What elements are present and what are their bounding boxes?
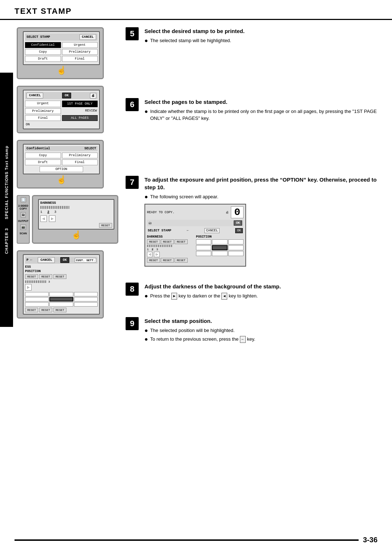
screen4-lighter-btn[interactable]: ◁ <box>40 215 47 222</box>
bullet9-dot2: ● <box>144 336 148 343</box>
screen5-top-resets: RESET RESET RESET <box>25 274 98 279</box>
screen1-item-draft[interactable]: Draft <box>25 56 61 62</box>
screen1-item-preliminary[interactable]: Preliminary <box>62 49 98 55</box>
dark-reset1[interactable]: RESET <box>147 239 160 244</box>
lpos-bl[interactable] <box>196 251 211 256</box>
step7-cancel-btn[interactable]: CANCEL <box>204 228 220 233</box>
screen5-titlebar: P ← CANCEL OK CUST. SETT. <box>25 256 98 264</box>
pos-br[interactable] <box>74 302 98 307</box>
lpos-br[interactable] <box>228 251 244 256</box>
screen1-lcd: SELECT STAMP CANCEL Confidential Urgent … <box>23 31 100 65</box>
screen3-item-draft[interactable]: Draft <box>25 159 61 165</box>
screen3-item-preliminary[interactable]: Preliminary <box>62 153 98 158</box>
screen1-item-copy[interactable]: Copy <box>25 49 61 55</box>
step6-title: Select the pages to be stamped. <box>144 98 377 106</box>
bullet6-dot: ● <box>144 108 148 122</box>
bullet8-dot: ● <box>144 292 148 300</box>
val3: 3 <box>54 210 56 214</box>
lpos-tr[interactable] <box>228 239 244 244</box>
step8-left-arrow: ◀ <box>221 293 227 300</box>
screen5-left-btn[interactable]: ▷ <box>25 284 32 291</box>
screen5-progress-row: 3 <box>25 280 98 283</box>
pos-bl[interactable] <box>25 302 49 307</box>
finger4-icon: ☝ <box>38 230 114 240</box>
screen5-ok-btn[interactable]: OK <box>60 257 69 263</box>
dark-reset5[interactable]: RESET <box>161 258 174 263</box>
screen2-titlebar: CANCEL OK 🖨 <box>25 92 98 99</box>
screen1-item-final[interactable]: Final <box>62 56 98 62</box>
chapter-label: CHAPTER 3 SPECIAL FUNCTIONS Text stamp <box>0 73 13 327</box>
finger3-icon: ☝ <box>23 175 100 185</box>
dark-reset4[interactable]: RESET <box>147 258 160 263</box>
left-column: SELECT STAMP CANCEL Confidential Urgent … <box>17 27 118 344</box>
screen2-cancel-btn[interactable]: CANCEL <box>26 93 43 98</box>
screen5-reset1[interactable]: RESET <box>25 274 38 279</box>
screen2-item-final[interactable]: Final <box>25 115 61 121</box>
lpos-mc[interactable] <box>212 245 227 250</box>
screen2-item-preliminary[interactable]: Preliminary <box>25 108 61 114</box>
step7-ok-btn[interactable]: OK <box>234 220 242 226</box>
screen5-reset3[interactable]: RESET <box>53 274 66 279</box>
step7-position-label: POSITION <box>196 235 244 239</box>
screen1-item-confidential[interactable]: Confidential <box>25 42 61 48</box>
screen1-items-grid: Confidential Urgent Copy Preliminary Dra… <box>25 42 98 62</box>
screen2-allpages-btn[interactable]: ALL PAGES <box>62 115 98 121</box>
step6-content: Select the pages to be stamped. ● Indica… <box>144 98 377 123</box>
lpos-ml[interactable] <box>196 245 211 250</box>
screen1-cancel-btn[interactable]: CANCEL <box>79 34 96 40</box>
finger1-icon: ☝ <box>23 66 100 75</box>
screen2-review: REVIEW <box>62 108 98 114</box>
pos-tr[interactable] <box>74 292 98 296</box>
lpos-bc[interactable] <box>212 251 227 256</box>
step6-section: 6 Select the pages to be stamped. ● Indi… <box>126 98 377 123</box>
screen5-reset6[interactable]: RESET <box>53 308 66 312</box>
screen2-1stpage-btn[interactable]: 1ST PAGE ONLY <box>62 101 98 107</box>
step7-select-stamp: SELECT STAMP <box>148 229 171 232</box>
dark-reset6[interactable]: RESET <box>175 258 188 263</box>
pos-mc[interactable] <box>49 297 73 301</box>
lpos-tc[interactable] <box>212 239 227 244</box>
screen2-item-urgent[interactable]: Urgent <box>25 101 61 107</box>
screen5-reset5[interactable]: RESET <box>39 308 52 312</box>
footer-line-left <box>15 539 359 541</box>
step7-dp-row: DARKNESS RESET RESET RESET 1 2 <box>147 235 244 263</box>
lpos-tl[interactable] <box>196 239 211 244</box>
pos-bc[interactable] <box>49 302 73 307</box>
screen3-option-btn[interactable]: OPTION <box>40 166 83 172</box>
screen3-item-copy[interactable]: Copy <box>25 153 61 158</box>
step7-dark-resets-bot: RESET RESET RESET <box>147 258 195 263</box>
pos-tc[interactable] <box>49 292 73 296</box>
pos-ml[interactable] <box>25 297 49 301</box>
dv2: 2 <box>152 248 154 251</box>
page-header: TEXT STAMP <box>0 0 392 20</box>
step6-bullet1-text: Indicate whether the stamp is to be prin… <box>150 108 377 122</box>
dark-reset2[interactable]: RESET <box>161 239 174 244</box>
screen5-reset2[interactable]: RESET <box>39 274 52 279</box>
step7-top-right: 🖨 0 <box>226 206 244 218</box>
screen4-left-panel: 📄 2-SIDED COPY 🗂 OUTPUT 📠 SCAN <box>17 195 30 244</box>
screen2-ok-btn[interactable]: OK <box>62 93 71 98</box>
screen5-cancel-btn[interactable]: CANCEL <box>38 257 54 263</box>
screen1-item-urgent[interactable]: Urgent <box>62 42 98 48</box>
screen3-device: Confidential SELECT Copy Preliminary Dra… <box>17 140 104 189</box>
step5-title: Select the desired stamp to be printed. <box>144 27 377 35</box>
step7-darkness-col: DARKNESS RESET RESET RESET 1 2 <box>147 235 195 263</box>
lpos-mr[interactable] <box>228 245 244 250</box>
dark-arrow-left[interactable]: ◁ <box>147 252 152 257</box>
step7-ok-btn2[interactable]: OK <box>235 228 243 233</box>
panel-scan-icon: 📠 <box>20 224 26 230</box>
screen4-container: 📄 2-SIDED COPY 🗂 OUTPUT 📠 SCAN DARKNESS … <box>17 195 118 244</box>
dark-arrow-right[interactable]: ▷ <box>154 252 159 257</box>
pos-mr[interactable] <box>74 297 98 301</box>
screen4-darker-btn[interactable]: ▷ <box>49 215 56 222</box>
screen4-arrows: ◁ ▷ <box>40 215 112 222</box>
pos-tl[interactable] <box>25 292 49 296</box>
screen5-reset4[interactable]: RESET <box>25 308 38 312</box>
screen1-title: SELECT STAMP <box>26 35 50 39</box>
panel-2sided-icon: 📄 <box>21 197 26 202</box>
dark-reset3[interactable]: RESET <box>175 239 188 244</box>
screen3-item-final[interactable]: Final <box>62 159 98 165</box>
screen4-reset-btn[interactable]: RESET <box>99 223 112 228</box>
screen2-lcd: CANCEL OK 🖨 Urgent 1ST PAGE ONLY Prelimi… <box>23 90 100 129</box>
screen5-bottom-resets: RESET RESET RESET <box>25 308 98 312</box>
